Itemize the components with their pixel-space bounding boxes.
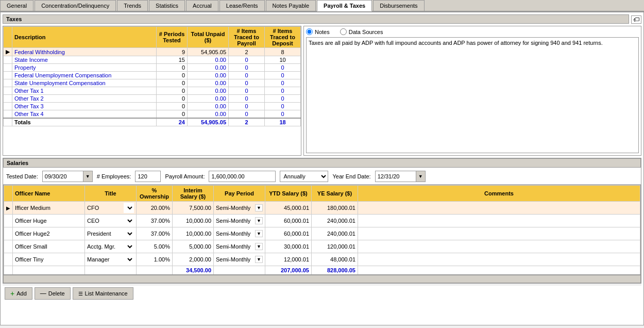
tab-notes-payable[interactable]: Notes Payable — [266, 0, 316, 11]
col-description: Description — [12, 27, 157, 48]
tax-traced-deposit: 0 — [265, 103, 301, 110]
data-sources-radio[interactable]: Data Sources — [340, 28, 383, 35]
tax-traced-deposit: 8 — [265, 48, 301, 56]
col-ownership: % Ownership — [137, 186, 173, 202]
notes-radio-row: Notes Data Sources — [304, 26, 641, 37]
row-arrow: ▶ — [4, 48, 12, 56]
tab-concentration[interactable]: Concentration/Delinquency — [35, 0, 116, 11]
taxes-row[interactable]: Other Tax 3 0 0.00 0 0 — [4, 103, 301, 110]
taxes-row[interactable]: Other Tax 2 0 0.00 0 0 — [4, 95, 301, 103]
table-scroll[interactable] — [3, 275, 641, 283]
tab-payroll-taxes[interactable]: Payroll & Taxes — [317, 0, 372, 11]
pay-period-dropdown-icon[interactable]: ▼ — [255, 217, 263, 224]
tab-trends[interactable]: Trends — [117, 0, 148, 11]
total-unpaid: 54,905.05 — [188, 118, 229, 126]
col-comments: Comments — [358, 186, 640, 202]
officer-row[interactable]: Officer Huge2 President ▼ 37.00% 10,000.… — [4, 227, 640, 240]
officer-pay-period: Semi-Monthly — [216, 243, 255, 250]
tag-icon[interactable]: 🏷 — [631, 15, 641, 24]
tab-accrual[interactable]: Accrual — [186, 0, 218, 11]
tax-unpaid: 0.00 — [188, 64, 229, 72]
tax-periods: 0 — [157, 79, 188, 87]
officer-title: CEO — [87, 218, 124, 224]
year-end-date-input[interactable] — [375, 171, 416, 182]
taxes-row[interactable]: Other Tax 1 0 0.00 0 0 — [4, 87, 301, 95]
tax-unpaid: 0.00 — [188, 72, 229, 79]
pay-period-dropdown-icon[interactable]: ▼ — [255, 243, 263, 250]
col-title: Title — [85, 186, 137, 202]
taxes-row[interactable]: Property 0 0.00 0 0 — [4, 64, 301, 72]
officer-title-select[interactable]: ▼ — [124, 216, 134, 226]
officer-title-select[interactable]: ▼ — [124, 254, 134, 265]
tax-periods: 0 — [157, 103, 188, 110]
officer-title-select[interactable]: ▼ — [124, 228, 134, 239]
officer-row[interactable]: Officer Tiny Manager ▼ 1.00% 2,000.00 Se… — [4, 253, 640, 266]
tax-description: Property — [12, 64, 157, 72]
officer-pay-period: Semi-Monthly — [216, 218, 255, 224]
tax-periods: 15 — [157, 56, 188, 64]
officer-row[interactable]: Officer Huge CEO ▼ 37.00% 10,000.00 Semi… — [4, 215, 640, 227]
salaries-section-header: Salaries — [3, 158, 641, 168]
officer-arrow — [4, 215, 13, 227]
tax-traced-deposit: 0 — [265, 110, 301, 119]
list-maintenance-button[interactable]: ☰ List Maintenance — [73, 287, 133, 300]
tax-description: Other Tax 4 — [12, 110, 157, 119]
taxes-row[interactable]: State Unemployment Compensation 0 0.00 0… — [4, 79, 301, 87]
tax-periods: 9 — [157, 48, 188, 56]
col-pay-period: Pay Period — [214, 186, 265, 202]
year-end-date-dropdown[interactable]: ▼ — [416, 171, 426, 182]
tested-date-wrapper: ▼ — [42, 171, 93, 182]
list-icon: ☰ — [78, 291, 83, 297]
taxes-row[interactable]: Other Tax 4 0 0.00 0 0 — [4, 110, 301, 119]
col-traced-deposit: # Items Traced to Deposit — [265, 27, 301, 48]
pay-period-dropdown-icon[interactable]: ▼ — [255, 230, 263, 237]
officer-title-select[interactable]: ▼ — [124, 241, 134, 252]
officer-comments — [358, 202, 640, 215]
add-button[interactable]: + Add — [5, 287, 32, 300]
payroll-period-select[interactable]: Annually Monthly Semi-Monthly Weekly Bi-… — [280, 171, 328, 182]
officer-row[interactable]: Officer Small Acctg. Mgr. ▼ 5.00% 5,000.… — [4, 240, 640, 253]
officer-comments — [358, 240, 640, 253]
tax-unpaid: 0.00 — [188, 56, 229, 64]
employees-input[interactable] — [135, 171, 161, 182]
tab-lease-rents[interactable]: Lease/Rents — [219, 0, 265, 11]
officer-ytd: 60,000.01 — [265, 215, 312, 227]
taxes-table: Description # Periods Tested Total Unpai… — [3, 26, 301, 126]
officer-ownership: 20.00% — [137, 202, 173, 215]
add-icon: + — [10, 289, 14, 298]
tab-general[interactable]: General — [0, 0, 33, 11]
tax-traced-payroll: 0 — [229, 103, 265, 110]
pay-period-dropdown-icon[interactable]: ▼ — [255, 256, 263, 263]
tax-traced-payroll: 0 — [229, 64, 265, 72]
taxes-row[interactable]: ▶ Federal Withholding 9 54,905.05 2 8 — [4, 48, 301, 56]
officer-name: Officer Huge2 — [13, 227, 85, 240]
notes-radio[interactable]: Notes — [306, 28, 330, 35]
tax-traced-deposit: 0 — [265, 87, 301, 95]
officer-ye: 120,000.01 — [312, 240, 358, 253]
tab-statistics[interactable]: Statistics — [149, 0, 185, 11]
employees-label: # Employees: — [97, 173, 131, 179]
officer-ye: 180,000.01 — [312, 202, 358, 215]
officer-row[interactable]: ▶ Ifficer Medium CFO ▼ 20.00% 7,500.00 S… — [4, 202, 640, 215]
officer-interim: 10,000.00 — [173, 227, 214, 240]
tab-disbursements[interactable]: Disbursements — [373, 0, 424, 11]
year-end-date-label: Year End Date: — [332, 173, 370, 179]
tested-date-dropdown[interactable]: ▼ — [83, 171, 93, 182]
row-arrow — [4, 110, 12, 119]
col-periods: # Periods Tested — [157, 27, 188, 48]
pay-period-dropdown-icon[interactable]: ▼ — [255, 204, 263, 211]
payroll-amount-input[interactable] — [209, 171, 276, 182]
tax-traced-deposit: 0 — [265, 79, 301, 87]
officer-ownership: 37.00% — [137, 227, 173, 240]
tax-unpaid: 0.00 — [188, 87, 229, 95]
officer-name: Ifficer Medium — [13, 202, 85, 215]
taxes-row[interactable]: Federal Unemployment Compensation 0 0.00… — [4, 72, 301, 79]
delete-button[interactable]: — Delete — [35, 287, 71, 300]
col-ye-salary: YE Salary ($) — [312, 186, 358, 202]
row-arrow — [4, 87, 12, 95]
row-arrow — [4, 72, 12, 79]
tax-description: Federal Unemployment Compensation — [12, 72, 157, 79]
taxes-row[interactable]: State Income 15 0.00 0 10 — [4, 56, 301, 64]
officer-title-select[interactable]: ▼ — [124, 203, 134, 213]
tested-date-input[interactable] — [42, 171, 83, 182]
